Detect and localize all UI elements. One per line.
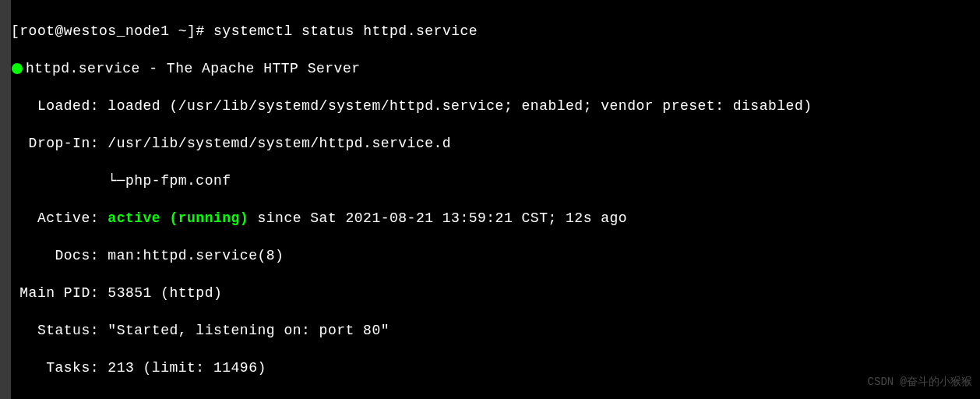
mainpid-label: Main PID:: [19, 285, 99, 301]
active-label: Active:: [37, 210, 99, 226]
memory-line: Memory: 25.4M: [11, 396, 980, 399]
docs-line: Docs: man:httpd.service(8): [11, 246, 980, 265]
command-text: systemctl status httpd.service: [213, 23, 478, 39]
loaded-value: loaded (/usr/lib/systemd/system/httpd.se…: [108, 98, 812, 114]
mainpid-value: 53851 (httpd): [108, 285, 222, 301]
watermark-text: CSDN @奋斗的小猴猴: [868, 373, 972, 391]
prompt-line: [root@westos_node1 ~]# systemctl status …: [11, 22, 980, 41]
prompt-path: ~: [178, 23, 187, 39]
active-state: active (running): [108, 210, 249, 226]
status-line: Status: "Started, listening on: port 80": [11, 321, 980, 340]
dropin-file-line: └─php-fpm.conf: [11, 171, 980, 190]
status-value: "Started, listening on: port 80": [108, 323, 390, 338]
prompt-host: westos_node1: [64, 23, 170, 39]
docs-value: man:httpd.service(8): [108, 248, 284, 263]
tasks-label: Tasks:: [46, 360, 99, 376]
dropin-label: Drop-In:: [29, 136, 99, 151]
tasks-value: 213 (limit: 11496): [108, 360, 266, 376]
dropin-line: Drop-In: /usr/lib/systemd/system/httpd.s…: [11, 134, 980, 153]
status-label: Status:: [37, 323, 99, 338]
dropin-value: /usr/lib/systemd/system/httpd.service.d: [108, 136, 451, 151]
service-name: httpd.service: [26, 61, 140, 76]
dropin-file: php-fpm.conf: [125, 173, 231, 189]
service-header-line: httpd.service - The Apache HTTP Server: [11, 59, 980, 78]
editor-gutter: [0, 0, 11, 399]
mainpid-line: Main PID: 53851 (httpd): [11, 284, 980, 302]
tasks-line: Tasks: 213 (limit: 11496): [11, 358, 980, 377]
status-dot-icon: [12, 63, 23, 74]
prompt-symbol: #: [196, 23, 204, 39]
loaded-label: Loaded:: [37, 98, 99, 114]
docs-label: Docs:: [55, 248, 100, 263]
active-line: Active: active (running) since Sat 2021-…: [11, 209, 980, 228]
prompt-user: root: [19, 23, 55, 39]
terminal-output: [root@westos_node1 ~]# systemctl status …: [11, 3, 980, 399]
service-desc: The Apache HTTP Server: [167, 61, 361, 76]
active-since: since Sat 2021-08-21 13:59:21 CST; 12s a…: [249, 210, 627, 226]
loaded-line: Loaded: loaded (/usr/lib/systemd/system/…: [11, 97, 980, 115]
